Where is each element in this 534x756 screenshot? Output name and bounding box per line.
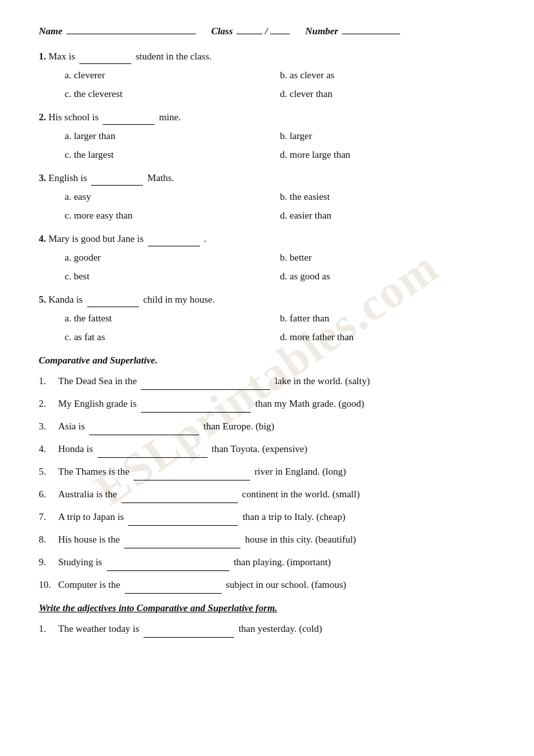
fill-text-9: Studying is than playing. (important)	[58, 554, 495, 571]
fill-text-7: A trip to Japan is than a trip to Italy.…	[58, 508, 495, 526]
fill-question-7: 7.A trip to Japan is than a trip to Ital…	[39, 508, 495, 526]
mcq-option-4-4: d. as good as	[280, 268, 495, 285]
mcq-option-4-2: b. better	[280, 249, 495, 266]
slash: /	[265, 26, 268, 37]
mcq-option-2-4: d. more large than	[280, 146, 495, 164]
mcq-question-3: 3. English is Maths.a. easyb. the easies…	[39, 170, 495, 224]
mcq-option-2-1: a. larger than	[65, 127, 280, 145]
mcq-option-5-1: a. the fattest	[65, 310, 280, 327]
fill-text-3: Asia is than Europe. (big)	[58, 418, 495, 435]
mcq-stem-2: 2. His school is mine.	[39, 109, 495, 125]
fill-question-3: 3.Asia is than Europe. (big)	[39, 418, 495, 435]
mcq-stem-3: 3. English is Maths.	[39, 170, 495, 186]
mcq-option-3-2: b. the easiest	[280, 188, 495, 206]
mcq-option-1-3: c. the cleverest	[65, 85, 280, 103]
mcq-section: 1. Max is student in the class.a. clever…	[39, 49, 495, 346]
fill-text-1: The Dead Sea in the lake in the world. (…	[58, 373, 495, 390]
mcq-question-1: 1. Max is student in the class.a. clever…	[39, 49, 495, 103]
mcq-option-3-3: c. more easy than	[65, 207, 280, 224]
fill-num-1: 1.	[39, 373, 58, 390]
mcq-option-2-3: c. the largest	[65, 146, 280, 164]
number-label: Number	[305, 26, 338, 37]
name-blank	[67, 34, 196, 34]
fill-num-4: 4.	[39, 440, 58, 458]
mcq-stem-5: 5. Kanda is child in my house.	[39, 292, 495, 307]
section3-title: Write the adjectives into Comparative an…	[39, 603, 495, 614]
mcq-option-1-1: a. cleverer	[65, 67, 280, 84]
header: Name Class / Number	[39, 26, 495, 37]
class-blank	[237, 34, 262, 34]
fill-question-2: 2.My English grade is than my Math grade…	[39, 395, 495, 413]
mcq-option-5-4: d. more father than	[280, 329, 495, 346]
mcq-stem-4: 4. Mary is good but Jane is .	[39, 231, 495, 246]
mcq-option-1-2: b. as clever as	[280, 67, 495, 84]
fill-section: 1.The Dead Sea in the lake in the world.…	[39, 373, 495, 594]
mcq-option-3-4: d. easier than	[280, 207, 495, 224]
section2-title: Comparative and Superlative.	[39, 355, 495, 366]
fill-text-6: Australia is the continent in the world.…	[58, 486, 495, 503]
class-blank2	[270, 34, 290, 34]
fill-question-6: 6.Australia is the continent in the worl…	[39, 486, 495, 503]
fill-num-10: 10.	[39, 576, 58, 594]
fill-text-8: His house is the house in this city. (be…	[58, 531, 495, 548]
fill-question-1: 1.The Dead Sea in the lake in the world.…	[39, 373, 495, 390]
mcq-option-4-3: c. best	[65, 268, 280, 285]
fill-question-10: 10.Computer is the subject in our school…	[39, 576, 495, 594]
mcq-question-2: 2. His school is mine.a. larger thanb. l…	[39, 109, 495, 164]
write-num-1: 1.	[39, 620, 58, 638]
write-question-1: 1.The weather today is than yesterday. (…	[39, 620, 495, 638]
mcq-option-5-2: b. fatter than	[280, 310, 495, 327]
fill-text-10: Computer is the subject in our school. (…	[58, 576, 495, 594]
number-blank	[342, 34, 400, 34]
fill-num-8: 8.	[39, 531, 58, 548]
mcq-option-4-1: a. gooder	[65, 249, 280, 266]
fill-num-5: 5.	[39, 463, 58, 481]
fill-num-7: 7.	[39, 508, 58, 526]
mcq-question-4: 4. Mary is good but Jane is .a. gooderb.…	[39, 231, 495, 285]
fill-num-6: 6.	[39, 486, 58, 503]
class-label: Class	[211, 26, 233, 37]
fill-num-2: 2.	[39, 395, 58, 413]
mcq-option-5-3: c. as fat as	[65, 329, 280, 346]
fill-question-9: 9.Studying is than playing. (important)	[39, 554, 495, 571]
fill-question-8: 8.His house is the house in this city. (…	[39, 531, 495, 548]
fill-text-2: My English grade is than my Math grade. …	[58, 395, 495, 413]
mcq-option-1-4: d. clever than	[280, 85, 495, 103]
fill-text-5: The Thames is the river in England. (lon…	[58, 463, 495, 481]
mcq-question-5: 5. Kanda is child in my house.a. the fat…	[39, 292, 495, 346]
name-label: Name	[39, 26, 63, 37]
fill-question-4: 4.Honda is than Toyota. (expensive)	[39, 440, 495, 458]
fill-num-3: 3.	[39, 418, 58, 435]
fill-num-9: 9.	[39, 554, 58, 571]
write-text-1: The weather today is than yesterday. (co…	[58, 620, 495, 638]
write-section: 1.The weather today is than yesterday. (…	[39, 620, 495, 638]
fill-question-5: 5.The Thames is the river in England. (l…	[39, 463, 495, 481]
mcq-option-3-1: a. easy	[65, 188, 280, 206]
mcq-stem-1: 1. Max is student in the class.	[39, 49, 495, 64]
fill-text-4: Honda is than Toyota. (expensive)	[58, 440, 495, 458]
mcq-option-2-2: b. larger	[280, 127, 495, 145]
